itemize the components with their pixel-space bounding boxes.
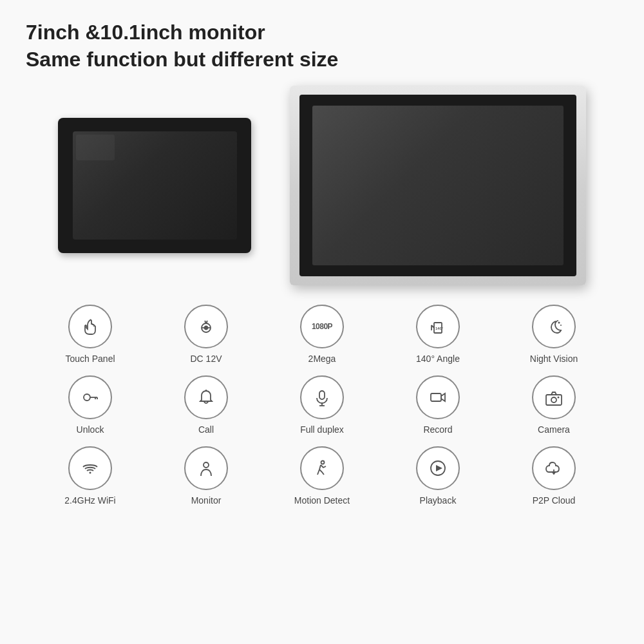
cloud-icon xyxy=(544,458,564,478)
p2p-cloud-label: P2P Cloud xyxy=(533,495,576,506)
wifi-icon-circle xyxy=(68,446,112,490)
call-icon-circle xyxy=(184,375,228,419)
monitor-10inch xyxy=(290,86,586,285)
page: 7inch &10.1inch monitor Same function bu… xyxy=(0,0,644,644)
camera-label: Camera xyxy=(538,424,570,435)
svg-marker-29 xyxy=(436,465,442,471)
moon-icon xyxy=(544,316,564,337)
features-section: Touch Panel DC 12V 1080P xyxy=(26,305,618,506)
bell-icon xyxy=(196,387,216,408)
monitors-section xyxy=(26,86,618,285)
feature-dc-12v: DC 12V xyxy=(155,305,258,364)
feature-2mega: 1080P 2Mega xyxy=(270,305,374,364)
feature-unlock: Unlock xyxy=(39,375,142,435)
power-icon xyxy=(196,316,216,337)
monitor-10inch-screen xyxy=(312,106,564,265)
dc-12v-label: DC 12V xyxy=(190,354,222,364)
feature-wifi: 2.4GHz WiFi xyxy=(39,446,142,506)
angle-icon: 140° xyxy=(428,316,448,337)
svg-point-11 xyxy=(560,325,562,326)
monitor-label: Monitor xyxy=(191,495,222,506)
feature-140-angle: 140° 140° Angle xyxy=(386,305,489,364)
feature-motion-detect: Motion Detect xyxy=(270,446,374,506)
svg-point-23 xyxy=(551,397,556,402)
monitor-7inch xyxy=(58,118,251,253)
touch-panel-icon-circle xyxy=(68,305,112,348)
full-duplex-label: Full duplex xyxy=(300,424,344,435)
feature-full-duplex: Full duplex xyxy=(270,375,374,435)
2mega-icon-circle: 1080P xyxy=(300,305,344,348)
night-vision-label: Night Vision xyxy=(530,354,578,364)
touch-icon xyxy=(80,316,100,337)
svg-point-24 xyxy=(558,397,560,399)
svg-rect-18 xyxy=(319,391,325,399)
title-section: 7inch &10.1inch monitor Same function bu… xyxy=(26,19,618,73)
svg-point-10 xyxy=(558,322,560,324)
walk-icon xyxy=(312,458,332,478)
feature-record: Record xyxy=(386,375,489,435)
call-label: Call xyxy=(198,424,214,435)
feature-camera: Camera xyxy=(502,375,605,435)
1080p-text: 1080P xyxy=(312,322,332,331)
svg-point-26 xyxy=(204,462,209,468)
140-angle-label: 140° Angle xyxy=(416,354,460,364)
svg-point-13 xyxy=(84,394,90,401)
unlock-label: Unlock xyxy=(77,424,104,435)
unlock-icon-circle xyxy=(68,375,112,419)
monitor-10inch-bezel xyxy=(299,95,576,276)
dc-12v-icon-circle xyxy=(184,305,228,348)
camera-icon xyxy=(544,387,564,408)
touch-panel-label: Touch Panel xyxy=(65,354,115,364)
features-row-2: Unlock Call xyxy=(32,375,612,435)
monitor-icon-circle xyxy=(184,446,228,490)
key-icon xyxy=(80,387,100,408)
2mega-label: 2Mega xyxy=(308,354,336,364)
person-icon xyxy=(196,458,216,478)
playback-icon-circle xyxy=(416,446,460,490)
feature-p2p-cloud: P2P Cloud xyxy=(502,446,605,506)
svg-point-25 xyxy=(90,472,91,474)
playback-label: Playback xyxy=(420,495,457,506)
motion-detect-label: Motion Detect xyxy=(294,495,350,506)
monitor-7inch-screen xyxy=(73,131,237,240)
camera-icon-circle xyxy=(532,375,576,419)
feature-call: Call xyxy=(155,375,258,435)
140-angle-icon-circle: 140° xyxy=(416,305,460,348)
svg-point-12 xyxy=(557,320,558,321)
wifi-label: 2.4GHz WiFi xyxy=(64,495,115,506)
night-vision-icon-circle xyxy=(532,305,576,348)
record-icon-circle xyxy=(416,375,460,419)
wifi-icon xyxy=(80,458,100,478)
svg-point-1 xyxy=(205,327,208,330)
mic-icon xyxy=(312,387,332,408)
features-row-3: 2.4GHz WiFi Monitor xyxy=(32,446,612,506)
svg-point-27 xyxy=(321,461,325,464)
video-icon xyxy=(428,387,448,408)
svg-text:140°: 140° xyxy=(435,327,444,330)
feature-playback: Playback xyxy=(386,446,489,506)
record-label: Record xyxy=(423,424,452,435)
page-title: 7inch &10.1inch monitor Same function bu… xyxy=(26,19,618,73)
svg-rect-22 xyxy=(546,395,562,405)
play-icon xyxy=(428,458,448,478)
p2p-cloud-icon-circle xyxy=(532,446,576,490)
svg-rect-21 xyxy=(431,393,441,401)
motion-detect-icon-circle xyxy=(300,446,344,490)
feature-touch-panel: Touch Panel xyxy=(39,305,142,364)
feature-night-vision: Night Vision xyxy=(502,305,605,364)
full-duplex-icon-circle xyxy=(300,375,344,419)
feature-monitor: Monitor xyxy=(155,446,258,506)
features-row-1: Touch Panel DC 12V 1080P xyxy=(32,305,612,364)
